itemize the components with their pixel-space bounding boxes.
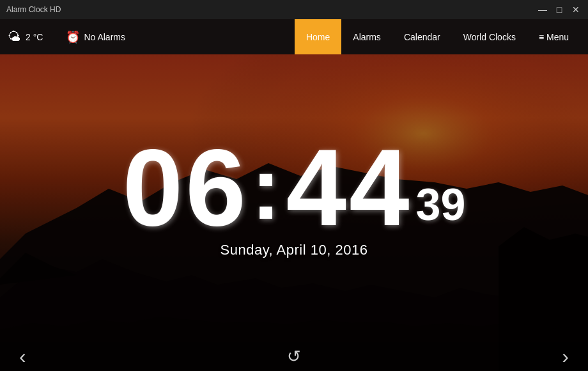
hour-units: 6 [185, 139, 246, 237]
alarm-section: ⏰ No Alarms [66, 30, 125, 44]
prev-button[interactable]: ‹ [13, 342, 33, 371]
weather-icon: 🌤 [8, 29, 20, 44]
clock-overlay: 0 6 : 4 4 39 Sunday, April 10, 2016 [0, 54, 588, 342]
titlebar-title: Alarm Clock HD [6, 5, 61, 14]
titlebar-controls: — □ ✕ [537, 4, 582, 15]
min-tens: 4 [286, 139, 346, 237]
min-units: 4 [349, 139, 410, 237]
bottom-controls: ‹ ↺ › [0, 342, 588, 371]
minimize-button[interactable]: — [537, 4, 548, 15]
nav-menu[interactable]: ≡ Menu [527, 19, 580, 54]
maximize-button[interactable]: □ [553, 4, 565, 15]
navbar: 🌤 2 °C ⏰ No Alarms Home Alarms Calendar … [0, 19, 588, 54]
nav-home[interactable]: Home [295, 19, 341, 54]
clock-display: 0 6 : 4 4 39 [123, 139, 466, 237]
nav-world-clocks[interactable]: World Clocks [452, 19, 527, 54]
seconds-display: 39 [412, 182, 465, 237]
nav-calendar[interactable]: Calendar [392, 19, 452, 54]
titlebar: Alarm Clock HD — □ ✕ [0, 0, 588, 19]
refresh-button[interactable]: ↺ [281, 343, 307, 370]
weather-section: 🌤 2 °C [8, 29, 43, 44]
nav-alarms[interactable]: Alarms [341, 19, 392, 54]
date-display: Sunday, April 10, 2016 [220, 242, 368, 258]
temperature-display: 2 °C [26, 32, 43, 42]
hour-tens: 0 [123, 139, 183, 237]
time-colon: : [249, 150, 284, 226]
nav-links: Home Alarms Calendar World Clocks ≡ Menu [295, 19, 580, 54]
alarm-icon: ⏰ [66, 30, 80, 44]
time-digits: 0 6 : 4 4 39 [123, 139, 466, 237]
alarm-status: No Alarms [84, 32, 125, 42]
close-button[interactable]: ✕ [570, 4, 582, 15]
next-button[interactable]: › [555, 342, 575, 371]
